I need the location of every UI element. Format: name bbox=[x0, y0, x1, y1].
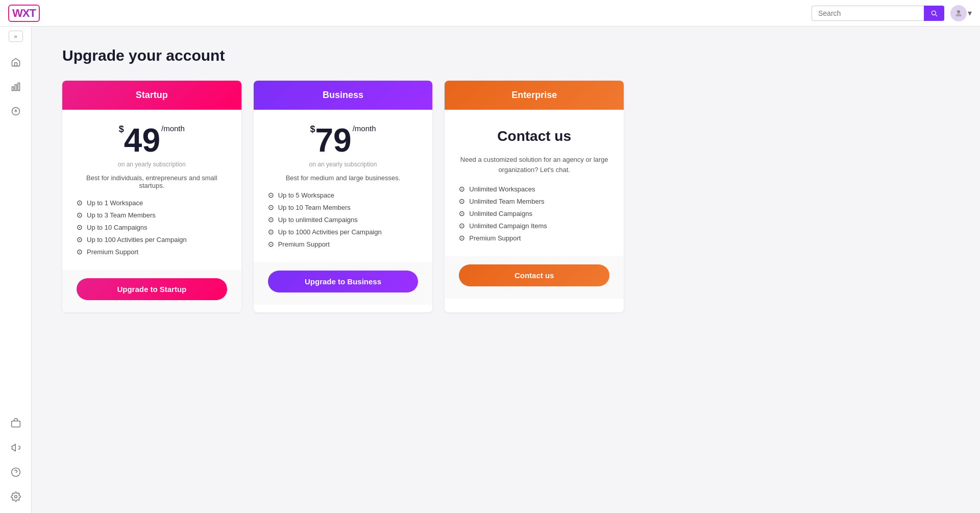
svg-rect-4 bbox=[18, 83, 19, 91]
main-content: Upgrade your account Startup $ 49 /month… bbox=[32, 27, 980, 513]
list-item: ⊙Up to 3 Team Members bbox=[77, 211, 227, 219]
plan-body-enterprise: Contact us Need a customized solution fo… bbox=[445, 110, 624, 256]
plan-card-startup: Startup $ 49 /month on an yearly subscri… bbox=[62, 81, 241, 312]
check-icon: ⊙ bbox=[268, 240, 274, 248]
list-item: ⊙Premium Support bbox=[77, 248, 227, 256]
list-item: ⊙Up to 100 Activities per Campaign bbox=[77, 235, 227, 243]
list-item: ⊙Up to unlimited Campaigns bbox=[268, 215, 419, 224]
sidebar-item-billing[interactable] bbox=[6, 101, 26, 121]
pricing-grid: Startup $ 49 /month on an yearly subscri… bbox=[62, 81, 624, 312]
contact-description: Need a customized solution for an agency… bbox=[459, 155, 609, 175]
plan-card-enterprise: Enterprise Contact us Need a customized … bbox=[445, 81, 624, 312]
sidebar-bottom bbox=[6, 411, 26, 509]
business-price-period: /month bbox=[353, 124, 376, 133]
sidebar-toggle[interactable]: » bbox=[9, 31, 23, 42]
list-item: ⊙Unlimited Campaign Items bbox=[459, 222, 609, 230]
sidebar-item-settings[interactable] bbox=[6, 486, 26, 507]
check-icon: ⊙ bbox=[459, 197, 465, 205]
sidebar: » bbox=[0, 27, 32, 513]
user-icon bbox=[954, 9, 963, 18]
startup-price-symbol: $ bbox=[119, 124, 124, 135]
business-description: Best for medium and large businesses. bbox=[268, 174, 419, 182]
contact-us-title: Contact us bbox=[459, 124, 609, 144]
check-icon: ⊙ bbox=[77, 211, 83, 219]
plan-header-enterprise: Enterprise bbox=[445, 81, 624, 110]
check-icon: ⊙ bbox=[459, 209, 465, 217]
business-price-sub: on an yearly subscription bbox=[268, 161, 419, 168]
search-container: ▾ bbox=[812, 5, 972, 21]
plan-header-startup: Startup bbox=[62, 81, 241, 110]
list-item: ⊙Up to 1000 Activities per Campaign bbox=[268, 228, 419, 236]
business-footer: Upgrade to Business bbox=[254, 262, 433, 305]
contact-us-button[interactable]: Contact us bbox=[459, 264, 609, 286]
business-price-symbol: $ bbox=[310, 124, 315, 135]
search-button[interactable] bbox=[924, 6, 944, 21]
svg-rect-6 bbox=[11, 421, 20, 427]
check-icon: ⊙ bbox=[77, 223, 83, 231]
upgrade-business-button[interactable]: Upgrade to Business bbox=[268, 271, 419, 292]
svg-point-8 bbox=[14, 496, 17, 498]
svg-point-7 bbox=[11, 468, 20, 477]
page-title: Upgrade your account bbox=[62, 47, 949, 64]
svg-rect-2 bbox=[12, 87, 13, 91]
check-icon: ⊙ bbox=[459, 185, 465, 193]
svg-rect-3 bbox=[15, 85, 16, 91]
logo: WXT bbox=[8, 5, 40, 22]
startup-features: ⊙Up to 1 Workspace ⊙Up to 3 Team Members… bbox=[77, 199, 227, 256]
startup-footer: Upgrade to Startup bbox=[62, 270, 241, 312]
list-item: ⊙Up to 1 Workspace bbox=[77, 199, 227, 207]
plan-header-business: Business bbox=[254, 81, 433, 110]
list-item: ⊙Up to 10 Team Members bbox=[268, 203, 419, 211]
svg-point-0 bbox=[957, 10, 960, 13]
list-item: ⊙Premium Support bbox=[459, 234, 609, 242]
search-icon bbox=[930, 9, 938, 17]
topnav: WXT ▾ bbox=[0, 0, 980, 27]
sidebar-item-analytics[interactable] bbox=[6, 77, 26, 97]
sidebar-item-campaigns[interactable] bbox=[6, 437, 26, 458]
enterprise-footer: Contact us bbox=[445, 256, 624, 299]
enterprise-features: ⊙Unlimited Workspaces ⊙Unlimited Team Me… bbox=[459, 185, 609, 242]
check-icon: ⊙ bbox=[77, 235, 83, 243]
check-icon: ⊙ bbox=[77, 199, 83, 207]
startup-price-period: /month bbox=[161, 124, 185, 133]
list-item: ⊙Up to 10 Campaigns bbox=[77, 223, 227, 231]
sidebar-item-products[interactable] bbox=[6, 413, 26, 433]
upgrade-startup-button[interactable]: Upgrade to Startup bbox=[77, 278, 227, 300]
sidebar-item-help[interactable] bbox=[6, 462, 26, 482]
startup-description: Best for individuals, entrepreneurs and … bbox=[77, 174, 227, 189]
user-avatar[interactable] bbox=[950, 5, 967, 21]
plan-body-business: $ 79 /month on an yearly subscription Be… bbox=[254, 110, 433, 262]
check-icon: ⊙ bbox=[459, 234, 465, 242]
list-item: ⊙Unlimited Campaigns bbox=[459, 209, 609, 217]
user-dropdown-chevron[interactable]: ▾ bbox=[968, 8, 972, 18]
check-icon: ⊙ bbox=[268, 215, 274, 224]
sidebar-item-home[interactable] bbox=[6, 52, 26, 72]
list-item: ⊙Up to 5 Workspace bbox=[268, 191, 419, 199]
business-price-amount: 79 bbox=[315, 124, 351, 157]
search-input[interactable] bbox=[812, 6, 924, 21]
list-item: ⊙Premium Support bbox=[268, 240, 419, 248]
plan-body-startup: $ 49 /month on an yearly subscription Be… bbox=[62, 110, 241, 270]
svg-rect-1 bbox=[14, 63, 17, 66]
check-icon: ⊙ bbox=[77, 248, 83, 256]
list-item: ⊙Unlimited Team Members bbox=[459, 197, 609, 205]
check-icon: ⊙ bbox=[268, 228, 274, 236]
plan-card-business: Business $ 79 /month on an yearly subscr… bbox=[254, 81, 433, 312]
startup-price-sub: on an yearly subscription bbox=[77, 161, 227, 168]
check-icon: ⊙ bbox=[268, 203, 274, 211]
check-icon: ⊙ bbox=[268, 191, 274, 199]
business-features: ⊙Up to 5 Workspace ⊙Up to 10 Team Member… bbox=[268, 191, 419, 248]
startup-price-amount: 49 bbox=[124, 124, 160, 157]
list-item: ⊙Unlimited Workspaces bbox=[459, 185, 609, 193]
check-icon: ⊙ bbox=[459, 222, 465, 230]
